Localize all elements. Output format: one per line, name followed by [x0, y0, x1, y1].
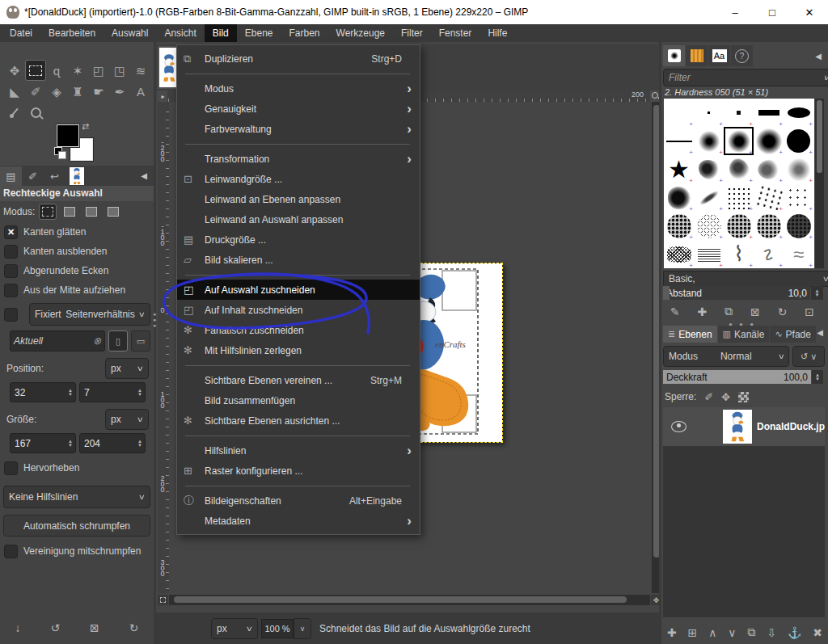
- tab-pfade[interactable]: ∿ Pfade: [770, 326, 816, 343]
- checkbox-row[interactable]: Kanten ausblenden: [0, 242, 154, 261]
- auto-shrink-button[interactable]: Automatisch schrumpfen: [3, 515, 150, 537]
- swap-colors-icon[interactable]: ⇄: [82, 121, 89, 132]
- brush-item[interactable]: [724, 155, 754, 183]
- vertical-ruler[interactable]: [158, 102, 170, 593]
- move-tool[interactable]: ✥: [4, 60, 25, 81]
- menu-item[interactable]: Metadaten ›: [177, 511, 420, 531]
- zoom-dropdown-button[interactable]: ∨: [294, 618, 311, 639]
- menu-item[interactable]: ⊞ Raster konfigurieren ...: [177, 461, 420, 481]
- menu-item[interactable]: [177, 139, 420, 149]
- menu-item[interactable]: ✻ Fanatisch zuschneiden: [177, 320, 420, 340]
- opacity-spinner[interactable]: ▲▼: [812, 370, 823, 384]
- new-layer-button[interactable]: ✚: [662, 624, 682, 641]
- brush-item[interactable]: [784, 212, 813, 240]
- mode-add-button[interactable]: [61, 204, 78, 220]
- brush-item[interactable]: [784, 127, 813, 155]
- brush-item[interactable]: [754, 212, 784, 240]
- foreground-color-swatch[interactable]: [57, 124, 79, 147]
- brush-item[interactable]: [724, 212, 754, 240]
- menubar-item[interactable]: Bearbeiten: [40, 24, 104, 42]
- brush-item[interactable]: [754, 240, 784, 268]
- menu-item[interactable]: Leinwand an Ebenen anpassen: [177, 189, 420, 209]
- rectangle-select-tool[interactable]: [25, 60, 46, 81]
- brush-item[interactable]: [664, 127, 694, 155]
- lower-layer-button[interactable]: ∨: [723, 624, 741, 641]
- brush-item[interactable]: [724, 240, 754, 268]
- checkbox[interactable]: [5, 226, 17, 238]
- guides-dropdown[interactable]: Keine Hilfslinien ∨: [3, 486, 150, 508]
- color-picker-tool[interactable]: [4, 102, 25, 123]
- menu-item[interactable]: [177, 431, 420, 440]
- checkbox-row[interactable]: Abgerundete Ecken: [0, 261, 154, 280]
- menubar-item[interactable]: Filter: [393, 24, 431, 42]
- menu-item[interactable]: ▱ Bild skalieren ...: [177, 250, 420, 270]
- clone-tool[interactable]: ♜: [67, 81, 88, 102]
- transform-tool[interactable]: ◳: [109, 60, 130, 81]
- menubar-item[interactable]: Hilfe: [479, 24, 515, 42]
- bucket-fill-tool[interactable]: ◣: [4, 81, 25, 102]
- brush-item[interactable]: [694, 183, 724, 212]
- fixed-mode-dropdown[interactable]: Fixiert Seitenverhältnis ∨: [29, 303, 150, 326]
- save-tool-preset-button[interactable]: ↓: [10, 620, 25, 636]
- brush-item[interactable]: [754, 99, 784, 127]
- brush-item[interactable]: [694, 127, 724, 155]
- brush-item[interactable]: [754, 155, 784, 183]
- warp-transform-tool[interactable]: ≋: [130, 60, 151, 81]
- brush-item[interactable]: [724, 183, 754, 212]
- collapse-dock-icon[interactable]: ◀: [817, 328, 823, 337]
- menu-item[interactable]: ⧉ Duplizieren Strg+D: [177, 48, 420, 69]
- menu-item[interactable]: [177, 481, 420, 490]
- checkbox[interactable]: [5, 246, 17, 258]
- delete-tool-preset-button[interactable]: ⊠: [85, 620, 104, 636]
- collapse-dock-icon[interactable]: ◀: [141, 171, 147, 180]
- lock-pixels-icon[interactable]: ✐: [704, 391, 713, 403]
- brush-item[interactable]: [754, 127, 784, 155]
- aspect-ratio-input[interactable]: Aktuell ⊗: [10, 330, 105, 351]
- visibility-eye-icon[interactable]: [671, 421, 686, 432]
- refresh-brushes-button[interactable]: ↻: [773, 303, 792, 320]
- landscape-orientation-button[interactable]: ▭: [131, 330, 150, 351]
- brush-spacing-slider[interactable]: Abstand 10,0: [663, 286, 810, 300]
- status-unit-dropdown[interactable]: px ∨: [211, 618, 258, 639]
- paintbrush-tool[interactable]: ✐: [25, 81, 46, 102]
- menu-item[interactable]: Transformation ›: [177, 149, 420, 169]
- collapse-dock-icon[interactable]: ◀: [815, 52, 822, 61]
- checkbox[interactable]: [5, 284, 17, 297]
- crop-tool[interactable]: ◰: [88, 60, 109, 81]
- brush-item[interactable]: [784, 155, 813, 183]
- brush-filter-input[interactable]: Filter ∨: [663, 69, 828, 86]
- menu-item[interactable]: [177, 69, 420, 78]
- menubar-item[interactable]: Bild: [205, 24, 237, 42]
- merge-down-button[interactable]: ⇩: [762, 624, 781, 641]
- tab-kanaele[interactable]: ▥ Kanäle: [718, 326, 770, 343]
- size-height-input[interactable]: 204 ▲▼: [79, 433, 146, 453]
- zoom-level-input[interactable]: 100 %: [261, 619, 294, 638]
- size-unit-dropdown[interactable]: px ∨: [105, 409, 149, 430]
- tab-ebenen[interactable]: ≣ Ebenen: [663, 326, 717, 343]
- brush-item[interactable]: [664, 155, 694, 183]
- menubar-item[interactable]: Fenster: [431, 24, 480, 42]
- tab-patterns[interactable]: [686, 45, 708, 66]
- mode-subtract-button[interactable]: [82, 204, 100, 220]
- open-brush-as-image-button[interactable]: ⊡: [800, 303, 819, 320]
- layer-mode-dropdown[interactable]: Modus Normal ∨: [663, 346, 789, 367]
- brush-item[interactable]: [694, 240, 724, 268]
- menu-item[interactable]: ⊡ Leinwandgröße ...: [177, 169, 420, 189]
- duplicate-layer-button[interactable]: ⧉: [742, 624, 760, 641]
- menu-item[interactable]: [177, 360, 420, 370]
- reset-colors-icon[interactable]: [54, 147, 62, 155]
- mode-intersect-button[interactable]: [104, 204, 122, 220]
- brush-item[interactable]: [784, 183, 813, 212]
- menu-item[interactable]: ◰ Auf Inhalt zuschneiden: [177, 300, 420, 320]
- menu-item[interactable]: Sichtbare Ebenen vereinen ... Strg+M: [177, 370, 420, 390]
- spinner-arrows-icon[interactable]: ▲▼: [68, 440, 75, 448]
- spacing-spinner[interactable]: ▲▼: [811, 286, 823, 300]
- menubar-item[interactable]: Datei: [2, 24, 40, 42]
- menu-item[interactable]: ✻ Mit Hilfslinien zerlegen: [177, 340, 420, 360]
- tab-image-thumbnail[interactable]: [65, 166, 87, 186]
- menu-item[interactable]: Farbverwaltung ›: [177, 119, 420, 139]
- paths-tool[interactable]: ✒: [109, 81, 130, 102]
- horizontal-scrollbar[interactable]: [169, 595, 650, 605]
- shrink-merged-row[interactable]: Vereinigung mitschrumpfen: [0, 541, 154, 561]
- tab-tool-options[interactable]: ▤: [0, 166, 22, 186]
